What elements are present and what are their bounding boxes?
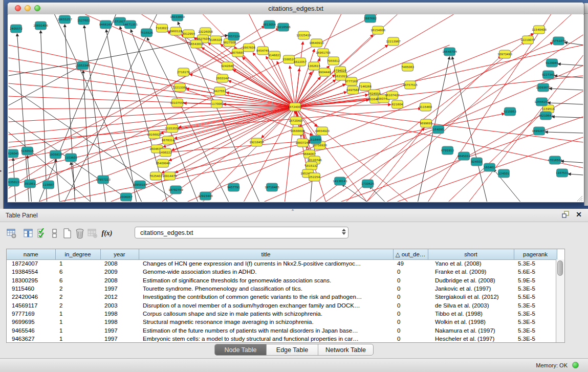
graph-node[interactable]: 21053346 (75, 61, 90, 70)
show-column-button[interactable] (23, 227, 34, 239)
table-select-dropdown[interactable]: citations_edges.txt (135, 227, 349, 238)
graph-node[interactable]: 13353554 (165, 124, 180, 133)
table-row[interactable]: 946362711997Embryonic stem cells: a mode… (7, 335, 557, 343)
graph-node[interactable]: 1362615 (308, 62, 320, 70)
graph-node[interactable]: 6822057 (294, 58, 307, 66)
resize-grip[interactable] (576, 194, 583, 202)
graph-node[interactable]: 12444151 (534, 98, 549, 106)
graph-node[interactable]: 20891406 (33, 21, 48, 30)
graph-node[interactable]: 7515526 (140, 29, 153, 37)
column-header-out_de[interactable]: △ out_de… (393, 249, 428, 259)
column-header-name[interactable]: name (7, 249, 55, 259)
create-table-button[interactable] (61, 227, 73, 239)
graph-node[interactable]: 8427552 (213, 87, 226, 95)
graph-node[interactable]: 621604 (392, 100, 403, 108)
table-row[interactable]: 969969511998Structural magnetic resonanc… (7, 318, 557, 326)
graph-node[interactable]: 12093872 (536, 83, 550, 92)
column-header-year[interactable]: year (100, 249, 139, 259)
column-header-in_degree[interactable]: in_degree (55, 249, 100, 259)
graph-node[interactable]: 7955812 (327, 57, 340, 65)
graph-node[interactable]: 18724007 (288, 103, 302, 111)
graph-node[interactable]: 117006 (211, 100, 223, 108)
graph-node[interactable]: 18807249 (295, 139, 310, 147)
graph-node[interactable]: 2718176 (177, 68, 190, 76)
graph-node[interactable]: 12923448 (198, 192, 213, 200)
graph-node[interactable]: 1905815 (49, 150, 62, 159)
table-row[interactable]: 1872400712008Changes of HCN gene express… (7, 259, 557, 268)
graph-node[interactable]: 15409948 (156, 159, 170, 167)
table-row[interactable]: 911546021997Tourette syndrome. Phenomeno… (7, 285, 557, 293)
function-builder-button[interactable]: f(x) (101, 227, 113, 239)
graph-node[interactable]: 835013 (8, 178, 19, 186)
graph-node[interactable]: 7625402 (149, 172, 162, 180)
table-row[interactable]: 977716911998Corpus callosum shape and si… (7, 310, 557, 318)
column-header-pagerank[interactable]: pagerank (514, 249, 557, 259)
graph-node[interactable]: 9146821 (268, 51, 281, 59)
graph-node[interactable]: 17957223 (96, 176, 111, 184)
graph-node[interactable]: 18757515 (403, 81, 418, 89)
graph-node[interactable]: 9777169 (345, 77, 358, 85)
graph-node[interactable]: 10688609 (290, 127, 305, 135)
graph-node[interactable]: 12325419 (296, 31, 311, 39)
graph-node[interactable]: 10958107 (133, 181, 147, 189)
graph-node[interactable]: 16154808 (371, 26, 385, 34)
table-row[interactable]: 1456911722003Disruption of a novel membe… (7, 301, 557, 309)
graph-node[interactable]: 9227343 (542, 71, 555, 79)
scrollbar-thumb[interactable] (557, 260, 563, 276)
table-vertical-scrollbar[interactable] (556, 259, 564, 342)
graph-node[interactable]: 1815132 (305, 162, 318, 170)
graph-node[interactable]: 8912954 (182, 30, 195, 38)
graph-node[interactable]: 9215953 (504, 107, 516, 116)
graph-node[interactable]: 1733426 (361, 180, 374, 188)
graph-node[interactable]: 6791913 (441, 146, 454, 155)
graph-node[interactable]: 9115460 (419, 103, 432, 111)
graph-node[interactable]: 19718485 (265, 183, 279, 191)
graph-node[interactable]: 19218506 (276, 23, 291, 31)
graph-node[interactable]: 18640910 (309, 39, 324, 47)
graph-node[interactable]: 15751074 (551, 37, 566, 45)
graph-node[interactable]: 16210643 (538, 112, 553, 120)
tab-node-table[interactable]: Node Table (215, 344, 267, 355)
network-canvas[interactable]: 7163822896012889129542322605898275051654… (8, 14, 583, 202)
graph-node[interactable]: 9699695 (420, 119, 432, 127)
graph-node[interactable]: 252254 (309, 173, 320, 181)
graph-node[interactable]: 16107427 (385, 91, 400, 99)
graph-node[interactable]: 9875685 (231, 49, 244, 57)
expand-panel-arrow-icon[interactable]: ▸ (0, 169, 2, 173)
graph-node[interactable]: 1498222 (159, 148, 172, 157)
graph-node[interactable]: 14138141 (333, 177, 347, 185)
graph-node[interactable]: 2405572 (10, 25, 23, 33)
graph-node[interactable]: 164095 (433, 125, 444, 134)
column-header-title[interactable]: title (139, 249, 393, 259)
graph-node[interactable]: 2803144 (216, 74, 229, 82)
delete-button[interactable] (74, 227, 85, 239)
graph-node[interactable]: 9904448 (318, 68, 331, 76)
graph-node[interactable]: 124501 (498, 169, 510, 178)
graph-node[interactable]: 19218458 (249, 138, 264, 146)
graph-node[interactable]: 8466160 (99, 20, 112, 29)
graph-node[interactable]: 5150515 (21, 147, 34, 155)
graph-node[interactable]: 2887682 (364, 14, 377, 23)
graph-node[interactable]: 160461 (484, 163, 495, 171)
select-all-button[interactable] (36, 227, 48, 239)
table-row[interactable]: 946554611997Estimation of the future num… (7, 326, 557, 334)
graph-node[interactable]: 10973493 (497, 50, 512, 58)
graph-node[interactable]: 1527602 (77, 16, 90, 25)
graph-node[interactable]: 1518445 (309, 136, 322, 144)
graph-node[interactable]: 14671355 (123, 20, 138, 29)
float-panel-icon[interactable] (562, 211, 570, 218)
graph-node[interactable]: 7163822 (156, 24, 168, 32)
graph-node[interactable]: 16648794 (442, 48, 457, 56)
graph-node[interactable]: 11548408 (532, 26, 547, 34)
graph-node[interactable]: 10655257 (57, 15, 72, 24)
graph-node[interactable]: 18782759 (168, 186, 183, 194)
graph-node[interactable]: 115687 (43, 181, 54, 189)
close-panel-icon[interactable]: ✕ (576, 211, 582, 218)
graph-node[interactable]: 18720407 (289, 117, 303, 125)
graph-node[interactable]: 7146266 (359, 82, 372, 91)
graph-node[interactable]: 6497568 (346, 86, 359, 94)
graph-node[interactable]: 8960128 (169, 27, 182, 35)
graph-node[interactable]: 9129946 (546, 59, 558, 67)
table-mode-button[interactable] (6, 227, 17, 239)
memory-status-indicator[interactable] (572, 362, 579, 368)
